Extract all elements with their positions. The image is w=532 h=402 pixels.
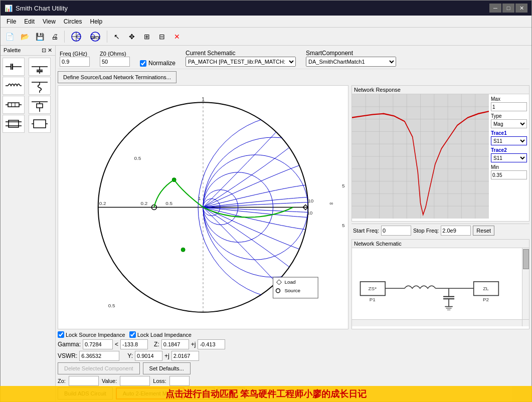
- trace1-field: Trace1 S11S12S21S22: [491, 130, 527, 145]
- lock-source-checkbox[interactable]: [58, 331, 64, 338]
- y-pj-label: +j: [164, 352, 169, 359]
- normalize-group: Normalize: [140, 60, 175, 67]
- scrollbar-thumb-v[interactable]: [523, 249, 529, 269]
- schematic-group: Current Schematic PA_MATCH [PA_TEST_lib:…: [186, 50, 296, 67]
- start-freq-input[interactable]: [381, 226, 411, 236]
- trace1-select[interactable]: S11S12S21S22: [491, 136, 527, 145]
- pointer-button[interactable]: ↖: [110, 30, 124, 44]
- zo-row: Zo: Value: Loss:: [58, 376, 529, 386]
- watermark: 点击进行自动匹配 笨鸟硬件工程师小廖的成长日记: [0, 386, 532, 402]
- nr-chart: [352, 94, 489, 219]
- toolbar: 📄 📂 💾 🖨 SMCK ↖ ✥ ⊞ ⊟ ✕: [1, 28, 531, 46]
- palette-item-tline[interactable]: [3, 115, 25, 133]
- min-input[interactable]: [491, 170, 527, 179]
- select-button[interactable]: ⊞: [140, 30, 154, 44]
- bottom-row-1: Lock Source Impedance Lock Load Impedanc…: [58, 331, 529, 338]
- gamma-angle-input[interactable]: [120, 339, 148, 349]
- stop-freq-input[interactable]: [441, 226, 471, 236]
- palette-item-cap-shunt[interactable]: [29, 58, 51, 76]
- smartcomponent-select[interactable]: DA_SmithChartMatch1: [306, 57, 396, 67]
- svg-text:5: 5: [342, 183, 345, 188]
- freq-input[interactable]: [60, 57, 90, 67]
- menu-circles[interactable]: Circles: [60, 17, 86, 26]
- trace1-label: Trace1: [491, 130, 527, 136]
- window-title-area: 📊 Smith Chart Utility: [5, 5, 489, 12]
- right-panel: Network Response: [351, 85, 529, 329]
- delete-component-button[interactable]: Delete Selected Component: [58, 362, 140, 374]
- svg-text:0.5: 0.5: [165, 200, 172, 206]
- menu-edit[interactable]: Edit: [20, 17, 39, 26]
- window-title: Smith Chart Utility: [16, 5, 68, 12]
- z0-group: Z0 (Ohms): [100, 51, 130, 67]
- y-imag-input[interactable]: [171, 351, 199, 361]
- move-button[interactable]: ✥: [125, 30, 139, 44]
- palette-item-element[interactable]: [29, 115, 51, 133]
- print-button[interactable]: 🖨: [48, 30, 62, 44]
- zo-input[interactable]: [69, 376, 99, 386]
- menu-file[interactable]: File: [3, 17, 20, 26]
- maximize-button[interactable]: □: [502, 4, 514, 13]
- max-input[interactable]: [491, 102, 527, 111]
- normalize-label: Normalize: [148, 60, 175, 67]
- palette-item-cap-series[interactable]: [3, 58, 25, 76]
- nr-content: Max Type Mag Phase dB: [352, 94, 529, 219]
- smith-chart-container: 1 0.2 0.2 0.5 1 10 10 ∞ 5 5: [58, 85, 348, 329]
- palette-item-ind-shunt[interactable]: [29, 77, 51, 95]
- current-schematic-select[interactable]: PA_MATCH [PA_TEST_lib:PA_MATCH:: [186, 57, 296, 67]
- nr-sidebar: Max Type Mag Phase dB: [489, 94, 529, 219]
- smith-chart-btn-2[interactable]: SMCK: [86, 30, 104, 44]
- value-input[interactable]: [120, 376, 150, 386]
- smith-chart-svg: 1 0.2 0.2 0.5 1 10 10 ∞ 5 5: [58, 86, 348, 329]
- close-window-button[interactable]: ✕: [515, 4, 527, 13]
- palette-item-rlc-series[interactable]: [3, 96, 25, 114]
- trace2-field: Trace2 S11S12S21S22: [491, 147, 527, 162]
- palette-title: Palette: [4, 47, 21, 54]
- lock-load-label[interactable]: Lock Load Impedance: [129, 331, 192, 338]
- svg-text:SMCK: SMCK: [90, 36, 101, 40]
- svg-rect-29: [37, 104, 43, 108]
- define-btn[interactable]: Define Source/Load Network Terminations.…: [58, 71, 176, 83]
- smith-chart: 1 0.2 0.2 0.5 1 10 10 ∞ 5 5: [58, 86, 348, 329]
- menu-view[interactable]: View: [39, 17, 60, 26]
- z-real-input[interactable]: [161, 339, 189, 349]
- open-button[interactable]: 📂: [18, 30, 32, 44]
- scrollbar-corner: [522, 319, 529, 326]
- z-imag-input[interactable]: [198, 339, 225, 349]
- minimize-button[interactable]: ─: [489, 4, 501, 13]
- trace2-select[interactable]: S11S12S21S22: [491, 153, 527, 162]
- gamma-value-input[interactable]: [83, 339, 113, 349]
- menu-help[interactable]: Help: [86, 17, 107, 26]
- svg-text:0.5: 0.5: [108, 303, 115, 308]
- loss-input[interactable]: [169, 376, 190, 386]
- svg-text:P2: P2: [483, 297, 489, 302]
- y-label: Y:: [127, 352, 133, 359]
- set-defaults-button[interactable]: Set Defaults...: [143, 362, 191, 374]
- smith-chart-btn-1[interactable]: [67, 30, 85, 44]
- y-real-input[interactable]: [135, 351, 162, 361]
- new-button[interactable]: 📄: [3, 30, 17, 44]
- lock-source-label[interactable]: Lock Source Impedance: [58, 331, 125, 338]
- z-label: Z:: [154, 341, 159, 348]
- normalize-checkbox[interactable]: [140, 60, 146, 67]
- schematic-scrollbar-h[interactable]: [352, 319, 522, 326]
- z0-input[interactable]: [100, 57, 130, 67]
- trace2-label: Trace2: [491, 147, 527, 153]
- title-bar: 📊 Smith Chart Utility ─ □ ✕: [1, 1, 531, 16]
- schematic-scrollbar-v[interactable]: [522, 248, 529, 319]
- grid-button[interactable]: ⊟: [155, 30, 169, 44]
- svg-text:0.5: 0.5: [134, 155, 141, 161]
- delete-button[interactable]: ✕: [170, 30, 184, 44]
- main-window: 📊 Smith Chart Utility ─ □ ✕ File Edit Vi…: [0, 0, 532, 402]
- palette-item-rlc-shunt[interactable]: [29, 96, 51, 114]
- type-select[interactable]: Mag Phase dB: [491, 119, 527, 128]
- schematic-svg: ZS* P1: [352, 248, 529, 326]
- vswr-input[interactable]: [79, 351, 119, 361]
- palette-item-ind-series[interactable]: [3, 77, 25, 95]
- lock-load-checkbox[interactable]: [129, 331, 136, 338]
- smartcomponent-label: SmartComponent: [306, 50, 396, 57]
- svg-rect-33: [9, 120, 19, 127]
- svg-rect-88: [352, 251, 529, 323]
- freq-reset-button[interactable]: Reset: [473, 226, 494, 236]
- save-button[interactable]: 💾: [33, 30, 47, 44]
- svg-rect-34: [34, 120, 46, 128]
